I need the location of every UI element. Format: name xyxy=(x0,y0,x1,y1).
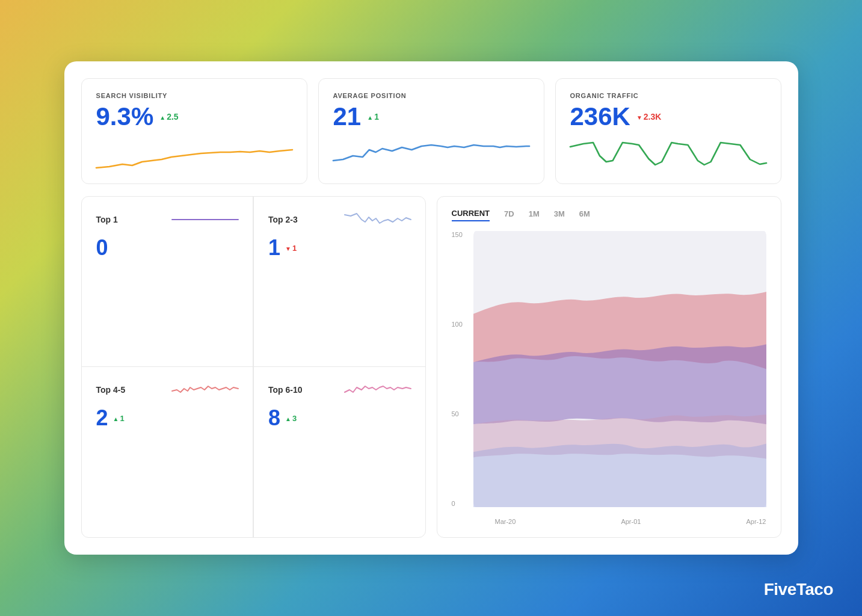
organic-traffic-sparkline xyxy=(570,138,766,174)
top4-5-label: Top 4-5 xyxy=(96,385,126,395)
tab-3m[interactable]: 3M xyxy=(554,209,565,221)
top6-10-sparkline xyxy=(345,379,411,401)
top4-5-header: Top 4-5 xyxy=(96,379,239,401)
chart-y-labels: 150 100 50 0 xyxy=(452,231,469,507)
brand-logo: FiveTaco xyxy=(764,580,833,599)
chart-svg xyxy=(473,231,766,507)
positions-top: Top 1 0 Top 2-3 xyxy=(82,197,425,367)
top6-10-value: 8 xyxy=(268,405,280,431)
top1-sparkline xyxy=(172,209,238,230)
average-position-sparkline xyxy=(333,138,529,174)
top2-3-sparkline xyxy=(345,209,411,230)
top1-label: Top 1 xyxy=(96,215,118,224)
top2-3-cell: Top 2-3 1 1 xyxy=(253,197,425,366)
top2-3-value: 1 xyxy=(268,235,280,260)
top6-10-cell: Top 6-10 8 3 xyxy=(253,367,425,537)
down-arrow-icon xyxy=(636,112,642,122)
up-arrow-icon xyxy=(367,112,373,122)
tab-1m[interactable]: 1M xyxy=(529,209,540,221)
search-visibility-sparkline xyxy=(96,138,292,174)
search-visibility-label: SEARCH VISIBILITY xyxy=(96,92,292,99)
top1-value-row: 0 xyxy=(96,235,239,260)
top2-3-label: Top 2-3 xyxy=(268,215,298,224)
search-visibility-value: 9.3% xyxy=(96,104,154,129)
search-visibility-card: SEARCH VISIBILITY 9.3% 2.5 xyxy=(81,78,307,184)
dashboard: SEARCH VISIBILITY 9.3% 2.5 AVERAGE POSIT… xyxy=(64,61,798,555)
top2-3-value-row: 1 1 xyxy=(268,235,411,260)
average-position-value: 21 xyxy=(333,104,362,129)
average-position-label: AVERAGE POSITION xyxy=(333,92,529,99)
top1-value: 0 xyxy=(96,235,108,260)
chart-tabs: CURRENT 7D 1M 3M 6M xyxy=(452,209,766,221)
average-position-value-row: 21 1 xyxy=(333,104,529,129)
up-arrow-icon xyxy=(113,414,119,423)
organic-traffic-value-row: 236K 2.3K xyxy=(570,104,766,129)
top4-5-delta: 1 xyxy=(113,414,125,423)
top4-5-value: 2 xyxy=(96,405,108,431)
chart-x-labels: Mar-20 Apr-01 Apr-12 xyxy=(473,518,766,525)
search-visibility-value-row: 9.3% 2.5 xyxy=(96,104,292,129)
top2-3-delta: 1 xyxy=(285,244,297,253)
organic-traffic-value: 236K xyxy=(570,104,630,129)
chart-card: CURRENT 7D 1M 3M 6M 150 100 50 0 xyxy=(437,196,781,538)
up-arrow-icon xyxy=(159,112,165,122)
top6-10-header: Top 6-10 xyxy=(268,379,411,401)
organic-traffic-delta: 2.3K xyxy=(636,112,661,122)
organic-traffic-card: ORGANIC TRAFFIC 236K 2.3K xyxy=(555,78,781,184)
top4-5-value-row: 2 1 xyxy=(96,405,239,431)
top4-5-sparkline xyxy=(172,379,238,401)
positions-bottom: Top 4-5 2 1 xyxy=(82,367,425,537)
top4-5-cell: Top 4-5 2 1 xyxy=(82,367,254,537)
down-arrow-icon xyxy=(285,244,291,253)
top6-10-value-row: 8 3 xyxy=(268,405,411,431)
top6-10-label: Top 6-10 xyxy=(268,385,303,395)
tab-6m[interactable]: 6M xyxy=(579,209,590,221)
tab-current[interactable]: CURRENT xyxy=(452,209,490,221)
metrics-row: SEARCH VISIBILITY 9.3% 2.5 AVERAGE POSIT… xyxy=(81,78,781,184)
bottom-row: Top 1 0 Top 2-3 xyxy=(81,196,781,538)
up-arrow-icon xyxy=(285,414,291,423)
chart-area: 150 100 50 0 xyxy=(452,231,766,525)
positions-card: Top 1 0 Top 2-3 xyxy=(81,196,426,538)
top2-3-header: Top 2-3 xyxy=(268,209,411,230)
average-position-card: AVERAGE POSITION 21 1 xyxy=(318,78,544,184)
search-visibility-delta: 2.5 xyxy=(159,112,178,122)
organic-traffic-label: ORGANIC TRAFFIC xyxy=(570,92,766,99)
tab-7d[interactable]: 7D xyxy=(504,209,514,221)
top1-cell: Top 1 0 xyxy=(82,197,254,366)
top1-header: Top 1 xyxy=(96,209,239,230)
average-position-delta: 1 xyxy=(367,112,379,122)
top6-10-delta: 3 xyxy=(285,414,297,423)
